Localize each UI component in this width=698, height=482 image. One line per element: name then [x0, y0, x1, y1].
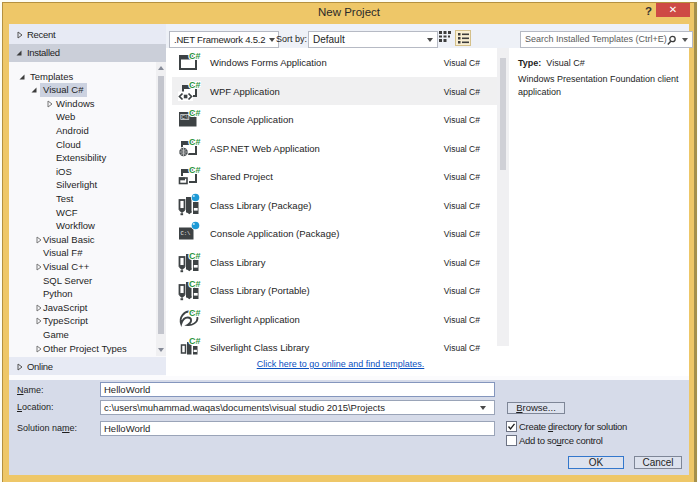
svg-text:C#: C#	[189, 108, 201, 118]
svg-text:C#: C#	[189, 80, 201, 90]
svg-text:C#: C#	[189, 336, 201, 346]
svg-text:C#: C#	[189, 165, 201, 175]
svg-text:C#: C#	[189, 308, 201, 318]
svg-text:C:\: C:\	[182, 115, 189, 120]
svg-text:C:\: C:\	[181, 230, 191, 237]
svg-text:C#: C#	[189, 51, 201, 61]
svg-text:C#: C#	[189, 279, 201, 289]
svg-text:C#: C#	[189, 251, 201, 261]
svg-text:C#: C#	[189, 137, 201, 147]
